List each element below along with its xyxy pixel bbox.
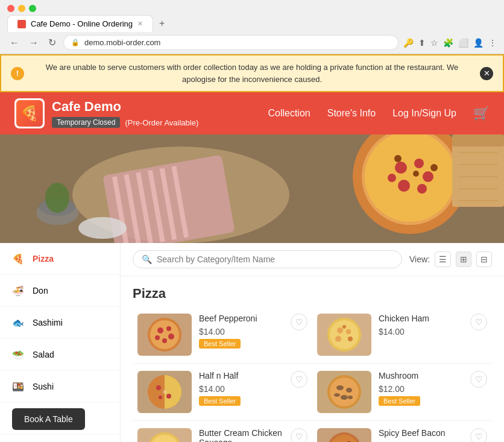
sidebar-item-sushi[interactable]: 🍱 Sushi [0,371,120,403]
menu-item-price: $14.00 [199,327,307,336]
menu-item-price: $14.00 [379,327,487,336]
close-dot[interactable] [7,5,14,12]
url-input[interactable]: 🔒 demo.mobi-order.com [63,35,398,50]
sidebar-item-don[interactable]: 🍜 Don [0,275,120,307]
browser-actions: 🔑 ⬆ ☆ 🧩 ⬜ 👤 ⋮ [403,38,497,48]
lock-icon: 🔒 [71,39,80,46]
sidebar-item-salad[interactable]: 🥗 Salad [0,339,120,371]
maximize-dot[interactable] [29,5,36,12]
list-view-button[interactable]: ☰ [435,251,451,267]
menu-item: Half n Half $14.00 Best Seller ♡ [133,364,312,421]
search-input[interactable] [157,254,393,264]
share-icon[interactable]: ⬆ [418,38,426,48]
svg-point-37 [168,333,174,339]
svg-point-47 [342,325,346,329]
svg-point-16 [395,162,407,174]
url-text: demo.mobi-order.com [84,38,160,47]
menu-item: Mushroom $12.00 Best Seller ♡ [312,364,492,421]
menu-item-inner: Half n Half $14.00 Best Seller [137,371,307,413]
search-box[interactable]: 🔍 [133,250,402,268]
menu-item-inner: Butter Cream Chicken Sausage [137,428,307,442]
key-icon[interactable]: 🔑 [403,38,414,48]
back-button[interactable]: ← [7,36,22,49]
menu-item-image [317,314,371,356]
svg-rect-26 [452,134,504,147]
reload-button[interactable]: ↻ [46,36,58,49]
best-seller-badge: Best Seller [379,396,420,406]
tile-view-button[interactable]: ⊟ [476,251,492,267]
menu-item-image [137,371,192,413]
menu-grid: Beef Pepperoni $14.00 Best Seller ♡ [121,306,504,442]
address-bar: ← → ↻ 🔒 demo.mobi-order.com 🔑 ⬆ ☆ 🧩 ⬜ 👤 … [0,33,504,54]
svg-point-53 [159,396,162,399]
svg-point-15 [365,134,455,222]
stores-info-nav-link[interactable]: Store's Info [327,108,376,119]
svg-point-59 [341,395,348,400]
menu-item-inner: Chicken Ham $14.00 [317,314,487,356]
sidebar-item-maki[interactable]: 🍣 Maki [0,435,120,442]
svg-point-52 [166,394,171,399]
extension-icon[interactable]: 🧩 [443,38,453,48]
menu-item: Beef Pepperoni $14.00 Best Seller ♡ [133,306,312,364]
search-icon: 🔍 [142,254,152,264]
menu-item-image [137,428,192,442]
view-label: View: [409,254,430,264]
cafe-name: Cafe Demo [52,99,198,115]
sidebar-label-sashimi: Sashimi [33,318,63,327]
favorite-button[interactable]: ♡ [470,314,487,330]
svg-point-36 [166,326,171,331]
menu-item-image [317,371,371,413]
svg-point-60 [334,393,340,397]
menu-icon[interactable]: ⋮ [488,38,497,48]
svg-point-61 [348,396,353,399]
favorite-button[interactable]: ♡ [291,428,307,442]
sidebar-item-sashimi[interactable]: 🐟 Sashimi [0,307,120,339]
menu-item: Spicy Beef Bacon ♡ [312,421,492,442]
bookmark-icon[interactable]: ☆ [430,38,438,48]
warning-icon: ! [11,67,24,80]
tab-favicon [17,20,26,28]
login-nav-link[interactable]: Log In/Sign Up [392,108,456,119]
profile-icon[interactable]: 👤 [473,38,484,48]
traffic-lights [0,0,504,14]
salad-icon: 🥗 [10,346,27,363]
favorite-button[interactable]: ♡ [470,371,487,388]
svg-point-46 [335,336,341,342]
svg-point-57 [336,385,344,390]
menu-item-inner: Mushroom $12.00 Best Seller [317,371,487,413]
notification-close-button[interactable]: ✕ [480,67,493,80]
sidebar-label-salad: Salad [33,350,54,359]
layout-icon[interactable]: ⬜ [458,38,468,48]
svg-point-24 [430,164,438,171]
don-icon: 🍜 [10,282,27,299]
menu-item: Butter Cream Chicken Sausage ♡ [133,421,312,442]
sashimi-icon: 🐟 [10,314,27,331]
collection-nav-link[interactable]: Collection [268,108,310,119]
new-tab-button[interactable]: + [153,14,171,33]
notification-text: We are unable to serve customers with or… [31,62,473,85]
menu-item-footer: Best Seller [199,339,307,349]
tab-close-button[interactable]: ✕ [137,20,143,28]
favorite-button[interactable]: ♡ [470,428,487,442]
svg-point-35 [157,327,163,333]
svg-point-39 [155,335,160,340]
tab-bar: Cafe Demo - Online Ordering ✕ + [0,14,504,33]
temp-closed-badge: Temporary Closed [52,117,120,128]
sidebar-label-sushi: Sushi [33,382,54,391]
sushi-icon: 🍱 [10,378,27,395]
grid-view-button[interactable]: ⊞ [456,251,471,267]
minimize-dot[interactable] [18,5,25,12]
menu-item-image [317,428,371,442]
cart-button[interactable]: 🛒 [473,106,490,121]
menu-item-price: $14.00 [199,384,307,394]
active-tab[interactable]: Cafe Demo - Online Ordering ✕ [7,15,153,32]
svg-point-23 [413,171,419,177]
svg-point-11 [45,183,69,213]
svg-point-12 [78,217,127,239]
favorite-button[interactable]: ♡ [291,314,307,330]
favorite-button[interactable]: ♡ [291,371,307,388]
sidebar-item-pizza[interactable]: 🍕 Pizza [0,243,120,275]
forward-button[interactable]: → [27,36,41,49]
book-table-button[interactable]: Book A Table [12,408,85,430]
logo-name-group: Cafe Demo Temporary Closed (Pre-Order Av… [52,99,198,128]
